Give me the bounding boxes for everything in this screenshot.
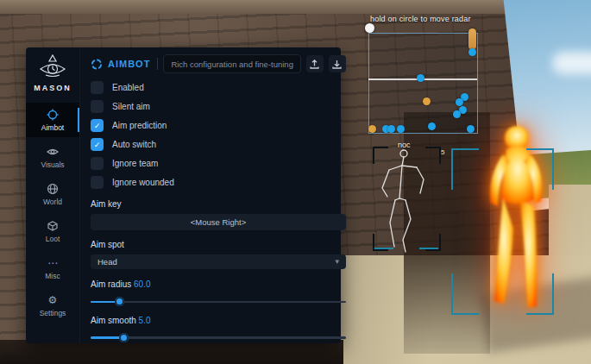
page-header: AIMBOT Rich configuration and fine-tunin…: [91, 54, 346, 73]
sidebar-item-label: Aimbot: [41, 123, 64, 132]
player-box-corner-br: [526, 273, 554, 315]
radar-enemy-dot: [453, 110, 461, 118]
crosshair-icon: [47, 109, 59, 121]
checkbox-aim-prediction[interactable]: ✓ Aim prediction: [91, 119, 346, 132]
aim-radius-label: Aim radius 60.0: [91, 279, 346, 289]
radar-friendly-dot: [423, 97, 431, 105]
sidebar-item-label: Visuals: [41, 160, 64, 169]
aim-radius-slider[interactable]: [91, 297, 346, 304]
sidebar-item-label: Settings: [40, 309, 66, 317]
mason-eye-logo-icon: [38, 54, 67, 80]
skeleton-box-teal-right: [419, 248, 438, 249]
sidebar-item-world[interactable]: World: [26, 177, 79, 211]
header-divider: [157, 58, 158, 70]
sidebar-item-aimbot[interactable]: Aimbot: [26, 103, 79, 137]
checkbox-label: Auto switch: [112, 140, 156, 149]
radar-enemy-dot: [468, 48, 476, 56]
sidebar-item-label: Misc: [45, 272, 60, 280]
aim-key-label: Aim key: [91, 199, 346, 209]
esp-distance-label: 5: [441, 148, 444, 156]
upload-config-button[interactable]: [306, 55, 324, 72]
box-icon: [47, 220, 59, 232]
radar-move-hint: hold on circle to move radar: [370, 15, 471, 23]
slider-thumb[interactable]: [115, 297, 124, 306]
sidebar-item-loot[interactable]: Loot: [26, 214, 79, 248]
upload-icon: [310, 60, 319, 69]
checkbox-auto-switch[interactable]: ✓ Auto switch: [91, 138, 346, 151]
skeleton-box-teal-left: [374, 248, 393, 249]
cheat-menu-window: MASON Aimbot Visuals World: [26, 47, 341, 343]
cloud: [552, 52, 591, 74]
radar-enemy-dot: [397, 125, 405, 133]
checkbox-ignore-wounded[interactable]: ✓ Ignore wounded: [91, 176, 346, 189]
circle-spinner-icon: [91, 58, 103, 70]
aim-spot-label: Aim spot: [91, 240, 346, 249]
chevron-down-icon: ▾: [335, 257, 339, 266]
checkbox-box[interactable]: ✓: [91, 176, 104, 189]
radar-move-handle[interactable]: [365, 23, 374, 33]
skeleton-box-corner-tl: [373, 147, 388, 164]
checkbox-box[interactable]: ✓: [91, 100, 104, 113]
radar-enemy-dot: [428, 122, 436, 130]
radar-panel[interactable]: [368, 33, 478, 134]
player-box-corner-tl: [451, 148, 479, 190]
radar-friendly-dot: [368, 125, 376, 133]
aim-spot-select[interactable]: Head ▾: [91, 254, 346, 270]
download-config-button[interactable]: [329, 55, 346, 72]
brand-logo: MASON: [34, 54, 72, 92]
sidebar-item-label: World: [43, 198, 62, 206]
globe-icon: [47, 183, 59, 195]
aim-spot-value: Head: [97, 257, 117, 267]
aimbot-page: AIMBOT Rich configuration and fine-tunin…: [80, 47, 355, 343]
checkbox-silent-aim[interactable]: ✓ Silent aim: [91, 100, 346, 113]
checkbox-ignore-team[interactable]: ✓ Ignore team: [91, 157, 346, 170]
sidebar: MASON Aimbot Visuals World: [26, 47, 80, 343]
player-box-corner-tr: [526, 148, 554, 190]
slider-thumb[interactable]: [119, 333, 129, 342]
eye-icon: [47, 146, 59, 158]
page-subtitle: Rich configuration and fine-tuning: [163, 54, 301, 73]
checkbox-box[interactable]: ✓: [91, 81, 104, 94]
checkbox-label: Ignore team: [112, 159, 158, 168]
checkbox-box[interactable]: ✓: [91, 157, 104, 170]
dark-foreground: [0, 340, 343, 364]
radar-enemy-dot: [387, 125, 395, 133]
aim-smooth-value: 5.0: [139, 316, 151, 325]
gear-icon: ⚙: [47, 294, 59, 306]
wall-top-edge: [0, 0, 591, 14]
aim-smooth-slider[interactable]: [91, 333, 346, 341]
skeleton-box-corner-tr: [425, 147, 441, 164]
aim-smooth-label: Aim smooth 5.0: [91, 316, 346, 325]
aim-radius-value: 60.0: [134, 279, 150, 289]
radar-offscreen-indicator: [468, 28, 476, 50]
ellipsis-icon: ⋯: [47, 257, 59, 269]
checkbox-label: Ignore wounded: [112, 178, 174, 187]
sidebar-item-settings[interactable]: ⚙ Settings: [26, 288, 79, 323]
checkbox-box[interactable]: ✓: [91, 119, 104, 132]
checkbox-label: Silent aim: [112, 102, 150, 111]
sidebar-item-misc[interactable]: ⋯ Misc: [26, 251, 79, 286]
sidebar-item-visuals[interactable]: Visuals: [26, 140, 79, 174]
radar-enemy-dot: [417, 74, 424, 82]
checkbox-box[interactable]: ✓: [91, 138, 104, 151]
checkbox-label: Aim prediction: [112, 121, 167, 130]
player-box-corner-bl: [451, 273, 479, 315]
radar-enemy-dot: [456, 98, 463, 106]
checkbox-enabled[interactable]: ✓ Enabled: [91, 81, 346, 94]
download-icon: [332, 60, 342, 69]
page-title: AIMBOT: [108, 59, 150, 69]
brand-name: MASON: [34, 84, 72, 92]
esp-player-name: noc: [398, 141, 411, 149]
checkbox-label: Enabled: [112, 83, 144, 92]
radar-enemy-dot: [467, 125, 475, 133]
sidebar-item-label: Loot: [46, 235, 60, 243]
aim-key-button[interactable]: <Mouse Right>: [91, 214, 346, 230]
